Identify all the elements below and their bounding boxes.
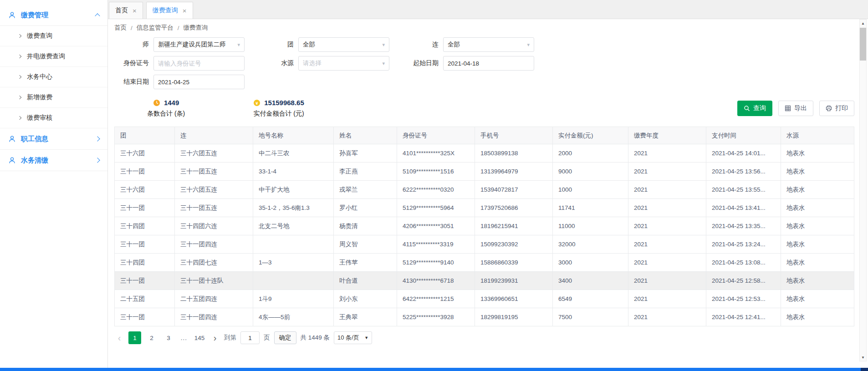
page-jump-input[interactable] xyxy=(240,331,260,344)
page-button[interactable]: 1 xyxy=(128,331,141,344)
scroll-up-icon[interactable]: ▲ xyxy=(860,20,866,27)
total-amount-label: 实付金额合计 (元) xyxy=(253,110,304,118)
tab-payment-query[interactable]: 缴费查询 × xyxy=(146,2,193,19)
division-select[interactable]: 新疆生产建设兵团第二师 ▾ xyxy=(153,37,245,52)
scroll-down-icon[interactable]: ▼ xyxy=(860,354,866,361)
water-source-select[interactable]: 请选择 ▾ xyxy=(298,56,389,71)
sidebar-item-new-payment[interactable]: 新增缴费 xyxy=(0,87,107,108)
sidebar-item-label: 缴费审核 xyxy=(27,114,52,122)
select-value: 全部 xyxy=(448,41,460,49)
table-cell: 地表水 xyxy=(781,199,854,217)
table-cell: 2021-04-25 12:58... xyxy=(706,272,781,290)
field-company: 连 全部 ▾ xyxy=(404,37,549,52)
breadcrumb: 首页 / 信息监管平台 / 缴费查询 xyxy=(114,19,854,36)
sidebar-item-water-center[interactable]: 水务中心 xyxy=(0,67,107,87)
close-icon[interactable]: × xyxy=(133,7,137,14)
page-button[interactable]: 3 xyxy=(162,331,175,344)
sidebar-group-water-clearance[interactable]: 水务清缴 xyxy=(0,150,107,171)
sidebar: 缴费管理 缴费查询 井电缴费查询 水务中心 新增缴费 缴费审核 职工信息 xyxy=(0,0,108,371)
company-select[interactable]: 全部 ▾ xyxy=(443,37,534,52)
table-cell: 4130**********6718 xyxy=(397,272,475,290)
column-header: 手机号 xyxy=(475,127,553,144)
table-cell: 2021 xyxy=(628,163,706,181)
table-cell: 北支二号地 xyxy=(253,217,334,235)
table-body: 三十六团三十六团五连中二斗三农孙喜军4101**********325X1850… xyxy=(115,144,854,326)
print-button[interactable]: 打印 xyxy=(819,101,854,116)
breadcrumb-home[interactable]: 首页 xyxy=(114,24,127,32)
column-header: 水源 xyxy=(781,127,854,144)
table-cell: 孙喜军 xyxy=(334,144,397,163)
table-row[interactable]: 三十六团三十六团五连中干扩大地戎翠兰6222**********03201539… xyxy=(115,181,854,199)
table-row[interactable]: 三十一团三十一团四连周义智4115**********3319150992303… xyxy=(115,235,854,254)
field-label: 身份证号 xyxy=(114,59,153,67)
table-cell: 2021 xyxy=(628,144,706,163)
page-size-select[interactable]: 10 条/页 ▼ xyxy=(334,331,372,344)
tab-bar: 首页 × 缴费查询 × xyxy=(108,0,868,19)
page-button[interactable]: 145 xyxy=(193,331,206,344)
table-cell: 三十一团四连 xyxy=(175,235,253,254)
id-number-input[interactable] xyxy=(153,56,245,71)
breadcrumb-current: 缴费查询 xyxy=(184,24,208,32)
arrow-right-icon xyxy=(18,96,21,99)
sidebar-item-payment-audit[interactable]: 缴费审核 xyxy=(0,108,107,128)
next-page-icon[interactable]: › xyxy=(210,333,220,343)
sidebar-group-staff-info[interactable]: 职工信息 xyxy=(0,128,107,150)
jump-prefix-label: 到第 xyxy=(224,334,236,342)
table-row[interactable]: 三十六团三十六团五连中二斗三农孙喜军4101**********325X1850… xyxy=(115,144,854,163)
sidebar-item-well-electric-query[interactable]: 井电缴费查询 xyxy=(0,46,107,67)
sidebar-group-payment-management[interactable]: 缴费管理 xyxy=(0,5,107,26)
field-label: 连 xyxy=(404,41,443,49)
coin-icon: ¥ xyxy=(253,99,260,107)
tab-home[interactable]: 首页 × xyxy=(109,2,143,19)
close-icon[interactable]: × xyxy=(183,7,187,14)
breadcrumb-platform[interactable]: 信息监管平台 xyxy=(137,24,174,32)
page-button[interactable]: 2 xyxy=(145,331,158,344)
vertical-scrollbar[interactable]: ▲ ▼ xyxy=(859,19,867,361)
user-icon xyxy=(8,157,16,164)
prev-page-icon[interactable]: ‹ xyxy=(114,333,124,343)
table-row[interactable]: 三十一团三十一团四连4东——5前王典翠5225**********3928182… xyxy=(115,308,854,326)
jump-suffix-label: 页 xyxy=(264,334,270,342)
start-date-input[interactable] xyxy=(443,56,534,71)
table-cell: 三十一团 xyxy=(115,163,175,181)
table-row[interactable]: 二十五团二十五团四连1斗9刘小东6422**********1215133699… xyxy=(115,290,854,308)
table-row[interactable]: 三十一团三十一团五连33-1-4李正燕5109**********1516131… xyxy=(115,163,854,181)
scrollbar-thumb[interactable] xyxy=(860,28,866,61)
table-cell: 2021 xyxy=(628,199,706,217)
table-cell: 2021 xyxy=(628,254,706,272)
sidebar-item-payment-query[interactable]: 缴费查询 xyxy=(0,26,107,46)
column-header: 连 xyxy=(175,127,253,144)
main-area: 首页 × 缴费查询 × 首页 / 信息监管平台 / 缴费查询 师 xyxy=(108,0,868,371)
sidebar-item-label: 水务中心 xyxy=(27,73,52,81)
regiment-select[interactable]: 全部 ▾ xyxy=(298,37,389,52)
table-cell: 三十四团 xyxy=(115,254,175,272)
end-date-input[interactable] xyxy=(153,75,245,89)
column-header: 地号名称 xyxy=(253,127,334,144)
table-cell: 18299819195 xyxy=(475,308,553,326)
export-button[interactable]: 导出 xyxy=(778,101,813,116)
printer-icon xyxy=(826,105,832,112)
table-cell: 三十一团五连 xyxy=(175,163,253,181)
table-cell: 6222**********0320 xyxy=(397,181,475,199)
field-division: 师 新疆生产建设兵团第二师 ▾ xyxy=(114,37,259,52)
table-cell: 2021-04-25 13:35... xyxy=(706,217,781,235)
confirm-button[interactable]: 确定 xyxy=(274,331,296,344)
sidebar-item-label: 新增缴费 xyxy=(27,93,52,102)
table-cell: 中干扩大地 xyxy=(253,181,334,199)
table-cell: 3400 xyxy=(553,272,628,290)
select-value: 新疆生产建设兵团第二师 xyxy=(158,41,226,49)
table-row[interactable]: 三十一团三十一团十连队叶合道4130**********671818199239… xyxy=(115,272,854,290)
table-row[interactable]: 三十一团三十一团五连35-1-2，35-6南1.3罗小红5129********… xyxy=(115,199,854,217)
table-cell: 18199239931 xyxy=(475,272,553,290)
table-cell: 杨贵清 xyxy=(334,217,397,235)
table-row[interactable]: 三十四团三十四团六连北支二号地杨贵清4206**********30511819… xyxy=(115,217,854,235)
table-cell: 4115**********3319 xyxy=(397,235,475,254)
table-cell: 中二斗三农 xyxy=(253,144,334,163)
table-cell: 2000 xyxy=(553,144,628,163)
table-cell: 2021 xyxy=(628,181,706,199)
table-cell: 三十四团 xyxy=(115,217,175,235)
total-count-label: 条数合计 (条) xyxy=(147,110,185,118)
table-cell: 33-1-4 xyxy=(253,163,334,181)
table-row[interactable]: 三十四团三十四团七连1—3王伟苹5129**********9140158868… xyxy=(115,254,854,272)
query-button[interactable]: 查询 xyxy=(737,101,772,116)
